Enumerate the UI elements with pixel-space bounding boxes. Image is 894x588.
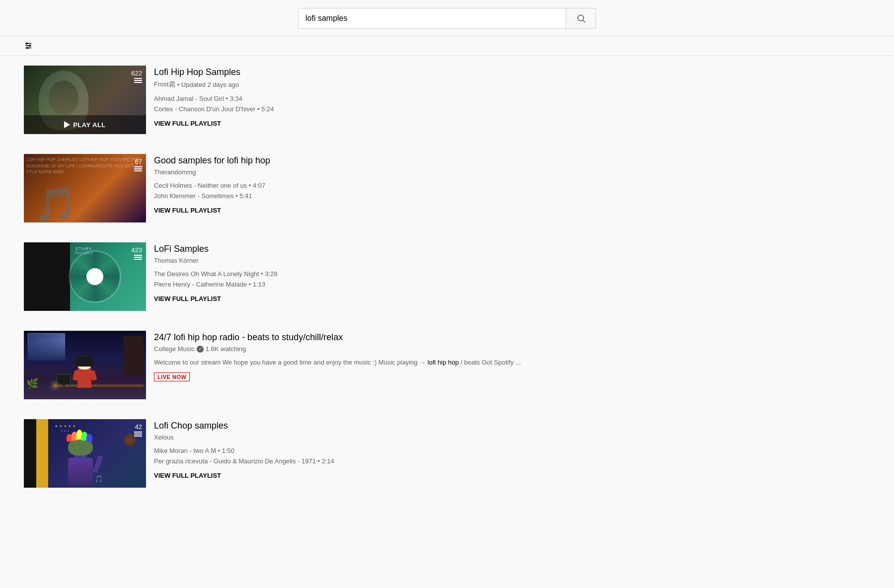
result-info: Lofi Chop samples Xelous Mike Moran - tw… [154, 419, 870, 480]
count-badge: 42 [134, 423, 142, 438]
track-item: Cecil Holmes - Neither one of us • 4:07 [154, 181, 870, 191]
playlist-lines-icon [134, 166, 142, 172]
thumbnail[interactable]: STARY RECORDS 423 [24, 242, 146, 311]
svg-point-0 [578, 15, 584, 21]
track-item: Per grazia ricevuta - Guido & Maurizio D… [154, 456, 870, 467]
result-title: Lofi Hip Hop Samples [154, 67, 870, 78]
search-bar [298, 8, 596, 29]
result-info: 24/7 lofi hip hop radio - beats to study… [154, 331, 870, 381]
result-title: 24/7 lofi hip hop radio - beats to study… [154, 332, 870, 343]
svg-point-5 [26, 43, 28, 44]
result-info: LoFi Samples Thomas Körner The Desires O… [154, 242, 870, 303]
thumbnail[interactable]: 🌿 [24, 331, 146, 399]
count-number: 42 [134, 423, 142, 431]
thumbnail[interactable]: PLAY ALL 622 [24, 66, 146, 134]
track-list: Ahmad Jamal - Soul Girl • 3:34Cortex - C… [154, 94, 870, 115]
view-playlist-link[interactable]: VIEW FULL PLAYLIST [154, 472, 221, 479]
search-button[interactable] [566, 8, 596, 28]
result-channel: Frost霜 • Updated 2 days ago [154, 80, 870, 89]
description-text: Welcome to our stream We hope you have a… [154, 358, 870, 368]
track-item: The Desires Oh What A Lonely Night • 3:2… [154, 269, 870, 280]
channel-name: Xelous [154, 434, 174, 441]
list-item: PLAY ALL 622 Lofi Hip Hop Samples Frost霜… [24, 66, 870, 139]
track-list: Cecil Holmes - Neither one of us • 4:07J… [154, 181, 870, 202]
result-channel: Thomas Körner [154, 257, 870, 264]
track-list: The Desires Oh What A Lonely Night • 3:2… [154, 269, 870, 290]
view-playlist-link[interactable]: VIEW FULL PLAYLIST [154, 295, 221, 302]
svg-line-1 [583, 20, 585, 23]
filter-icon [24, 41, 33, 50]
count-badge: 423 [131, 246, 142, 261]
channel-name: College Music [154, 345, 195, 353]
thumbnail[interactable]: ✦ ✦ ✦ ✦ ✦ ✦ ✦ ✦ [24, 419, 146, 488]
result-title: Good samples for lofi hip hop [154, 155, 870, 166]
count-badge: 67 [134, 158, 142, 172]
play-all-button[interactable]: PLAY ALL [24, 115, 146, 134]
playlist-lines-icon [134, 432, 142, 438]
view-playlist-link[interactable]: VIEW FULL PLAYLIST [154, 207, 221, 214]
channel-name: Frost霜 [154, 80, 175, 89]
result-channel: Therandommg [154, 168, 870, 176]
result-channel: College Music ✓ 1.6K watching [154, 345, 870, 353]
play-all-label: PLAY ALL [73, 121, 106, 129]
search-icon [576, 13, 586, 23]
count-number: 622 [131, 70, 142, 77]
count-number: 67 [134, 158, 142, 165]
playlist-lines-icon [131, 255, 142, 261]
count-badge: 622 [131, 70, 142, 84]
verified-icon: ✓ [197, 346, 204, 353]
thumbnail[interactable]: 🎵 LOFI HIP HOP SAMPLES LOFI HIP HOP YOU … [24, 154, 146, 222]
track-list: Mike Moran - two A M • 1:50Per grazia ri… [154, 446, 870, 467]
filter-sliders-icon [24, 41, 33, 50]
view-playlist-link[interactable]: VIEW FULL PLAYLIST [154, 120, 221, 127]
track-item: Mike Moran - two A M • 1:50 [154, 446, 870, 456]
svg-point-7 [27, 47, 28, 49]
channel-name: Therandommg [154, 168, 196, 176]
watching-count: 1.6K watching [206, 345, 246, 353]
track-item: John Klemmer - Sometimes • 5:41 [154, 191, 870, 202]
channel-name: Thomas Körner [154, 257, 199, 264]
count-number: 423 [131, 246, 142, 254]
list-item: ✦ ✦ ✦ ✦ ✦ ✦ ✦ ✦ [24, 419, 870, 493]
svg-point-6 [29, 45, 31, 47]
result-title: LoFi Samples [154, 243, 870, 255]
list-item: STARY RECORDS 423 LoFi Samples Thomas Kö… [24, 242, 870, 316]
filter-bar [0, 36, 894, 56]
live-badge: LIVE NOW [154, 372, 190, 381]
list-item: 🌿 24/7 lofi hip hop radio - beats to stu… [24, 331, 870, 404]
play-icon [64, 121, 70, 128]
track-item: Pierre Henry - Catherine Malade • 1:13 [154, 280, 870, 290]
results-list: PLAY ALL 622 Lofi Hip Hop Samples Frost霜… [0, 61, 894, 513]
result-channel: Xelous [154, 434, 870, 441]
description-bold: lofi hip hop [428, 359, 459, 366]
result-info: Good samples for lofi hip hop Therandomm… [154, 154, 870, 215]
result-info: Lofi Hip Hop Samples Frost霜 • Updated 2 … [154, 66, 870, 128]
track-item: Cortex - Chanson D'un Jour D'hiver • 5:2… [154, 104, 870, 115]
list-item: 🎵 LOFI HIP HOP SAMPLES LOFI HIP HOP YOU … [24, 154, 870, 227]
track-item: Ahmad Jamal - Soul Girl • 3:34 [154, 94, 870, 104]
search-input[interactable] [298, 8, 566, 28]
result-title: Lofi Chop samples [154, 420, 870, 432]
playlist-lines-icon [131, 78, 142, 84]
search-header [0, 0, 894, 36]
channel-meta: • Updated 2 days ago [177, 81, 239, 88]
